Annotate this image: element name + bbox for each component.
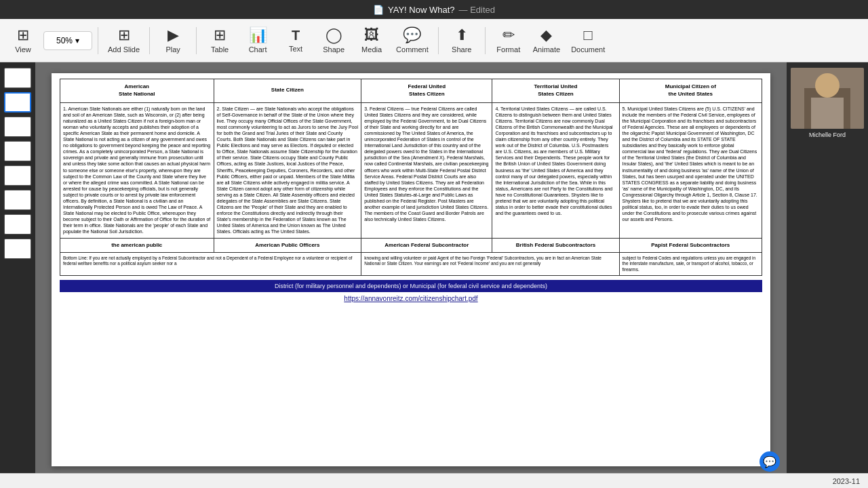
footer-col2: American Public Officers [214,238,361,252]
right-panel: Michelle Ford [787,62,868,488]
citizenship-table: AmericanState National State Citizen Fed… [60,79,762,276]
format-label: Format [496,45,520,54]
add-slide-icon: ⊞ [118,28,130,43]
bottom-note-col1: Bottom Line: If you are not actually emp… [60,252,361,275]
col3-header: Federal UnitedStates Citizen [361,79,492,103]
zoom-chevron: ▾ [75,36,79,45]
table-label: Table [211,45,229,54]
slide-thumb-1[interactable] [4,68,31,88]
edit-status: — Edited [459,5,496,15]
separator-5 [485,27,486,54]
share-button[interactable]: ⬆ Share [444,22,479,60]
slide-thumb-3[interactable] [4,117,31,137]
document-button[interactable]: □ Document [567,22,609,60]
shape-label: Shape [323,45,344,54]
chart-icon: 📊 [249,28,267,43]
col4-body: 4. Territorial United States Citizens — … [492,102,619,238]
format-button[interactable]: ✏ Format [491,22,526,60]
slide-thumb-5[interactable] [4,165,31,186]
animate-label: Animate [533,45,560,54]
slide-panel [0,62,35,488]
col1-body: 1. American State Nationals are either (… [60,102,214,238]
col3-body: 3. Federal Citizens — true Federal Citiz… [361,102,492,238]
media-label: Media [361,45,382,54]
col4-header: Territorial UnitedStates Citizen [492,79,619,103]
col5-body: 5. Municipal United States Citizens are … [619,102,762,238]
footer-col1: the american public [60,238,214,252]
bottom-bar: District (for military personnel and dep… [60,280,762,292]
chart-button[interactable]: 📊 Chart [240,22,275,60]
slide-thumb-6[interactable] [4,190,31,210]
document-label: Document [571,45,605,54]
slide-thumb-2[interactable] [4,92,31,113]
format-icon: ✏ [502,28,515,43]
view-label: View [15,45,31,54]
footer-col3: American Federal Subcontractor [361,238,492,252]
col5-header: Municipal Citizen ofthe United States [619,79,762,103]
shape-button[interactable]: ◯ Shape [316,22,351,60]
document-icon: □ [584,28,593,43]
slide-thumb-7[interactable] [4,214,31,235]
shape-icon: ◯ [326,28,342,43]
share-icon: ⬆ [456,28,468,43]
text-label: Text [289,45,302,53]
toolbar: ⊞ View 50% ▾ ⊞ Add Slide ▶ Play ⊞ Table … [0,19,868,62]
document-title: YAY! Now What? [388,5,455,15]
table-button[interactable]: ⊞ Table [202,22,237,60]
animate-icon: ◆ [540,28,552,43]
user-name: Michelle Ford [809,131,846,138]
slide-content: AmericanState National State Citizen Fed… [52,73,770,311]
svg-point-2 [815,73,840,98]
add-slide-button[interactable]: ⊞ Add Slide [104,22,144,60]
col2-body: 2. State Citizen — are State Nationals w… [214,102,361,238]
bottom-note-col3: subject to Federal Codes and regulations… [619,252,762,275]
view-button[interactable]: ⊞ View [5,22,41,60]
separator-1 [98,27,98,54]
zoom-control[interactable]: 50% ▾ [43,31,92,50]
separator-3 [196,27,197,54]
footer-col4: British Federal Subcontractors [492,238,619,252]
text-icon: T [292,28,300,42]
avatar [791,68,864,129]
text-button[interactable]: T Text [278,22,313,60]
col2-header: State Citizen [214,79,361,103]
url-bar[interactable]: https://annavonreitz.com/citizenshipchar… [60,292,762,306]
date-display: 2023-11 [833,477,860,485]
separator-2 [149,27,150,54]
chat-bubble[interactable]: 💬 [760,451,780,472]
comment-label: Comment [396,45,429,54]
chart-label: Chart [249,45,267,54]
animate-button[interactable]: ◆ Animate [529,22,564,60]
media-icon: 🖼 [364,28,379,43]
play-button[interactable]: ▶ Play [155,22,191,60]
play-icon: ▶ [167,28,179,43]
status-bar: 2023-11 [0,473,868,488]
canvas-area[interactable]: AmericanState National State Citizen Fed… [35,62,787,488]
avatar-image [791,68,864,129]
share-label: Share [452,45,471,54]
comment-button[interactable]: 💬 Comment [392,22,433,60]
slide-thumb-4[interactable] [4,141,31,161]
slide-thumb-8[interactable] [4,239,31,259]
doc-icon: 📄 [373,5,384,15]
play-label: Play [165,45,180,54]
title-bar: 📄 YAY! Now What? — Edited [0,0,868,19]
media-button[interactable]: 🖼 Media [354,22,389,60]
slide-canvas: AmericanState National State Citizen Fed… [52,73,770,466]
table-icon: ⊞ [214,28,226,43]
bottom-note-col2: knowing and willing volunteer or paid Ag… [361,252,619,275]
svg-rect-3 [811,98,844,129]
comment-icon: 💬 [403,28,421,43]
view-icon: ⊞ [17,28,29,43]
main-area: AmericanState National State Citizen Fed… [0,62,868,488]
add-slide-label: Add Slide [108,45,140,54]
col1-header: AmericanState National [60,79,214,103]
footer-col5: Papist Federal Subcontractors [619,238,762,252]
zoom-value: 50% [56,36,73,45]
separator-4 [438,27,439,54]
